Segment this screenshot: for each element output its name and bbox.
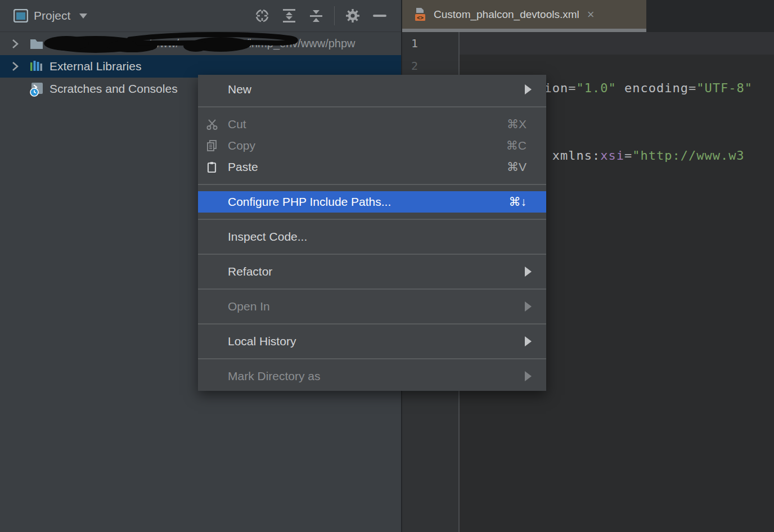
tree-row-project-root[interactable]: ~/www/ /lnmp_env/www/phpw	[0, 33, 401, 55]
menu-item-open-in[interactable]: Open In	[198, 296, 546, 317]
menu-separator	[198, 323, 546, 324]
menu-item-refactor[interactable]: Refactor	[198, 261, 546, 282]
project-tool-window-icon	[14, 9, 28, 22]
hide-panel-icon[interactable]	[370, 6, 389, 25]
menu-separator	[198, 288, 546, 290]
collapse-all-icon[interactable]	[307, 6, 326, 25]
xml-file-icon: <>	[415, 7, 427, 22]
editor-tab-active[interactable]: <> Custom_phalcon_devtools.xml ×	[402, 0, 646, 29]
project-panel-header: Project	[0, 0, 401, 32]
menu-item-paste[interactable]: Paste ⌘V	[198, 156, 546, 178]
tree-item-label: Scratches and Consoles	[50, 82, 178, 96]
locate-file-icon[interactable]	[253, 6, 272, 25]
shortcut-label: ⌘↓	[509, 195, 532, 209]
shortcut-label: ⌘C	[506, 139, 532, 152]
expand-all-icon[interactable]	[280, 6, 299, 25]
line-number: 2	[411, 55, 425, 77]
close-icon[interactable]: ×	[587, 8, 595, 21]
external-libraries-icon	[29, 59, 44, 74]
menu-item-mark-directory-as[interactable]: Mark Directory as	[198, 366, 546, 387]
chevron-down-icon[interactable]	[79, 13, 87, 19]
panel-title[interactable]: Project	[34, 9, 70, 22]
menu-item-local-history[interactable]: Local History	[198, 331, 546, 352]
scissors-icon	[206, 119, 223, 130]
submenu-arrow-icon	[525, 336, 532, 346]
menu-separator	[198, 106, 546, 107]
svg-text:<>: <>	[417, 14, 424, 20]
redaction-scribble	[0, 33, 401, 55]
scratches-icon	[29, 82, 44, 96]
shortcut-label: ⌘X	[507, 118, 532, 131]
menu-item-new[interactable]: New	[198, 79, 546, 100]
menu-separator	[198, 184, 546, 185]
toolbar-separator	[334, 6, 335, 25]
editor-tab-bar: <> Custom_phalcon_devtools.xml ×	[402, 0, 774, 32]
submenu-arrow-icon	[525, 371, 532, 381]
menu-separator	[198, 358, 546, 359]
menu-item-configure-php-include-paths[interactable]: Configure PHP Include Paths... ⌘↓	[198, 191, 546, 213]
submenu-arrow-icon	[525, 84, 532, 94]
menu-item-inspect-code[interactable]: Inspect Code...	[198, 226, 546, 247]
menu-separator	[198, 254, 546, 255]
tab-title[interactable]: Custom_phalcon_devtools.xml	[434, 8, 579, 21]
shortcut-label: ⌘V	[507, 160, 532, 174]
menu-separator	[198, 219, 546, 220]
ide-window: Project	[0, 0, 774, 532]
tree-item-label: External Libraries	[50, 60, 141, 73]
context-menu: New Cut ⌘X	[198, 75, 546, 391]
menu-item-cut[interactable]: Cut ⌘X	[198, 114, 546, 135]
gear-icon[interactable]	[343, 6, 362, 25]
submenu-arrow-icon	[525, 301, 532, 312]
menu-item-copy[interactable]: Copy ⌘C	[198, 135, 546, 156]
tree-row-external-libraries[interactable]: External Libraries	[0, 55, 401, 78]
clipboard-icon	[206, 161, 223, 173]
chevron-right-icon[interactable]	[9, 61, 21, 72]
submenu-arrow-icon	[525, 267, 532, 277]
line-number: 1	[411, 32, 425, 55]
copy-icon	[206, 140, 223, 151]
